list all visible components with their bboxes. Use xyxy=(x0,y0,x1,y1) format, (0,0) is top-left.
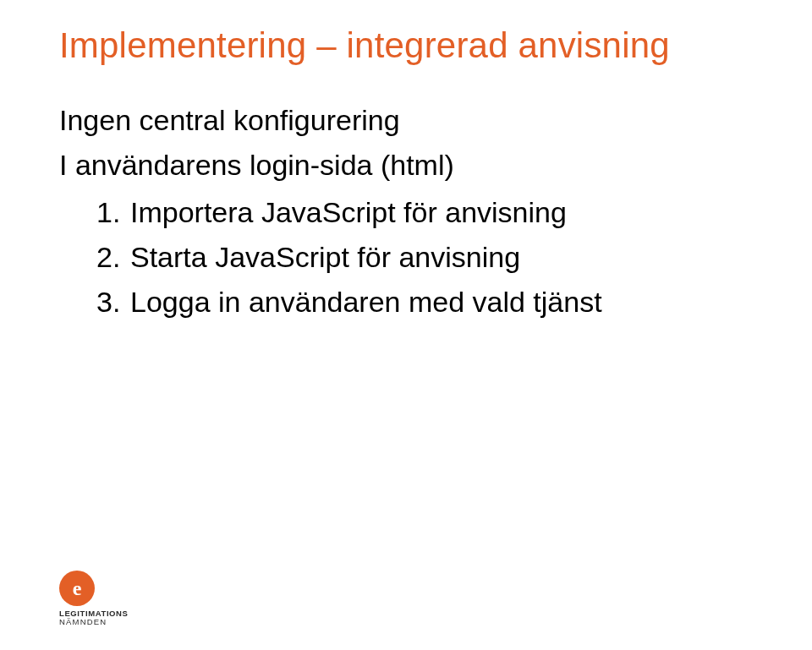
list-item-text: Starta JavaScript för anvisning xyxy=(130,241,520,273)
list-item-number: 2. xyxy=(96,237,130,278)
logo-word-2: NÄMNDEN xyxy=(59,618,129,626)
numbered-list: 1.Importera JavaScript för anvisning 2.S… xyxy=(59,192,778,324)
body-line-1: Ingen central konfigurering xyxy=(59,100,778,141)
list-item-number: 3. xyxy=(96,281,130,323)
list-item: 3.Logga in användaren med vald tjänst xyxy=(96,281,778,323)
list-item: 2.Starta JavaScript för anvisning xyxy=(96,237,778,278)
list-item-number: 1. xyxy=(96,192,130,233)
slide: Implementering – integrerad anvisning In… xyxy=(0,0,812,650)
list-item-text: Logga in användaren med vald tjänst xyxy=(130,286,602,318)
body-line-2: I användarens login-sida (html) xyxy=(59,145,778,186)
slide-body: Ingen central konfigurering I användaren… xyxy=(59,100,778,323)
list-item-text: Importera JavaScript för anvisning xyxy=(130,196,567,228)
logo-mark-icon: e xyxy=(59,571,95,606)
brand-logo: e LEGITIMATIONS NÄMNDEN xyxy=(59,571,129,626)
logo-letter: e xyxy=(73,577,82,600)
list-item: 1.Importera JavaScript för anvisning xyxy=(96,192,778,233)
slide-title: Implementering – integrerad anvisning xyxy=(59,25,778,66)
